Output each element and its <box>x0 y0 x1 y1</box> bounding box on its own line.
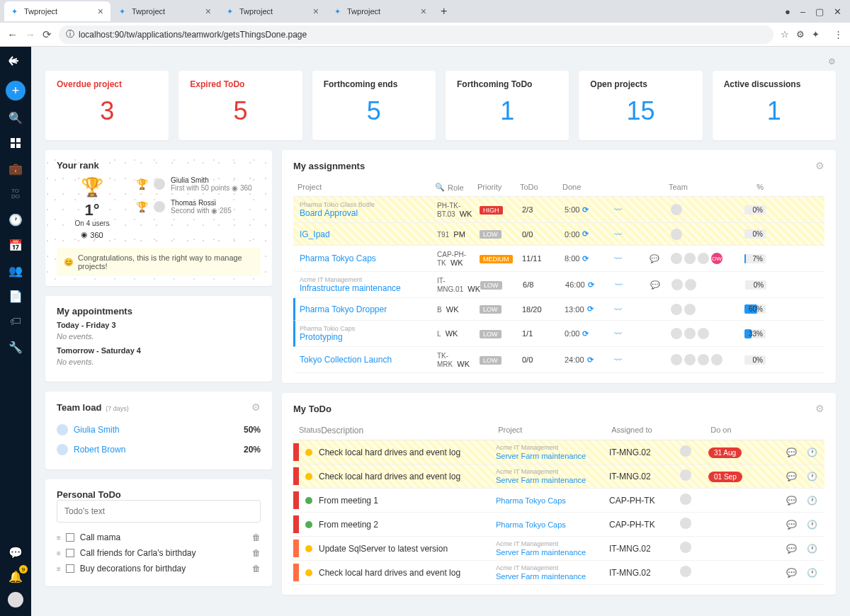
project-link[interactable]: Board Approval <box>300 208 358 218</box>
browser-tab[interactable]: ✦Twproject× <box>220 1 326 21</box>
browser-tab[interactable]: ✦Twproject× <box>327 1 434 21</box>
wrench-icon[interactable]: 🔧 <box>0 338 31 355</box>
window-minimize[interactable]: – <box>800 6 805 17</box>
comment-icon[interactable]: 💬 <box>786 496 797 506</box>
personal-todo-input[interactable] <box>57 500 261 523</box>
worklog-icon[interactable]: 〰 <box>615 280 623 289</box>
comment-icon[interactable]: 💬 <box>786 544 797 554</box>
avatar[interactable] <box>711 354 722 365</box>
site-info-icon[interactable]: ⓘ <box>66 28 74 40</box>
delete-icon[interactable]: 🗑 <box>252 564 261 574</box>
stat-card[interactable]: Active discussions1 <box>713 71 836 140</box>
project-link[interactable]: IG_Ipad <box>300 229 330 239</box>
project-link[interactable]: Infrastructure maintenance <box>300 283 401 293</box>
tab-close-icon[interactable]: × <box>98 6 103 17</box>
user-avatar[interactable] <box>8 592 23 608</box>
drag-handle-icon[interactable]: ≡ <box>57 549 60 557</box>
todo-description[interactable]: From meeting 2 <box>319 520 496 530</box>
clock-icon[interactable]: 🕐 <box>807 496 817 506</box>
briefcase-icon[interactable]: 💼 <box>0 160 31 177</box>
search-icon[interactable]: 🔍 <box>435 183 445 192</box>
chat-icon[interactable]: 💬 <box>650 254 659 263</box>
todo-description[interactable]: Check local hard drives and event log <box>319 472 496 481</box>
stat-card[interactable]: Forthcoming ends5 <box>312 71 436 140</box>
delete-icon[interactable]: 🗑 <box>252 532 261 542</box>
project-link[interactable]: Tokyo Collection Launch <box>300 355 392 365</box>
todo-description[interactable]: Check local hard drives and event log <box>319 447 496 457</box>
tag-icon[interactable]: 🏷 <box>0 313 31 330</box>
delete-icon[interactable]: 🗑 <box>252 548 261 558</box>
timer-icon[interactable]: ⟳ <box>587 355 594 365</box>
add-button[interactable]: + <box>6 81 26 101</box>
circle-icon[interactable]: ● <box>785 6 790 17</box>
comment-icon[interactable]: 💬 <box>786 520 797 530</box>
avatar[interactable] <box>680 566 691 577</box>
avatar[interactable] <box>680 542 691 553</box>
chat-icon[interactable]: 💬 <box>8 544 23 561</box>
avatar[interactable] <box>680 445 691 457</box>
window-maximize[interactable]: ▢ <box>815 6 824 17</box>
todo-description[interactable]: Check local hard drives and event log <box>319 568 496 578</box>
clock-icon[interactable]: 🕐 <box>807 447 817 457</box>
worklog-icon[interactable]: 〰 <box>614 230 622 239</box>
project-link[interactable]: Pharma Tokyo Caps <box>496 520 566 529</box>
worklog-icon[interactable]: 〰 <box>614 254 622 263</box>
timer-icon[interactable]: ⟳ <box>588 280 594 290</box>
status-dot[interactable] <box>305 497 312 504</box>
avatar[interactable] <box>671 304 682 315</box>
checkbox[interactable] <box>66 564 74 573</box>
project-link[interactable]: Prototyping <box>300 332 343 342</box>
worklog-icon[interactable]: 〰 <box>614 205 622 214</box>
browser-tab[interactable]: ✦Twproject× <box>4 1 110 21</box>
drag-handle-icon[interactable]: ≡ <box>57 565 60 573</box>
todo-description[interactable]: From meeting 1 <box>319 496 496 506</box>
person-link[interactable]: Robert Brown <box>74 445 125 455</box>
avatar[interactable] <box>671 328 682 339</box>
comment-icon[interactable]: 💬 <box>786 472 797 481</box>
page-gear-icon[interactable]: ⚙ <box>828 57 836 67</box>
todo-description[interactable]: Update SqlServer to latest version <box>319 544 496 554</box>
stat-card[interactable]: Open projects15 <box>579 71 702 140</box>
logo-icon[interactable] <box>7 52 24 69</box>
avatar[interactable] <box>684 354 696 365</box>
avatar[interactable] <box>680 518 691 529</box>
status-dot[interactable] <box>305 473 312 480</box>
avatar[interactable]: OW <box>711 253 722 264</box>
person-link[interactable]: Giulia Smith <box>74 425 120 435</box>
stat-card[interactable]: Forthcoming ToDo1 <box>446 71 569 140</box>
project-link[interactable]: Pharma Tokyo Caps <box>300 253 376 263</box>
gear-icon[interactable]: ⚙ <box>815 160 824 171</box>
stat-card[interactable]: Overdue project3 <box>45 71 169 140</box>
avatar[interactable] <box>684 328 696 339</box>
tab-close-icon[interactable]: × <box>205 6 211 17</box>
avatar[interactable] <box>698 354 709 365</box>
reload-icon[interactable]: ⟳ <box>42 28 52 41</box>
checkbox[interactable] <box>66 533 74 542</box>
document-icon[interactable]: 📄 <box>0 287 31 304</box>
timer-icon[interactable]: ⟳ <box>582 254 589 263</box>
puzzle-icon[interactable]: ✦ <box>812 29 820 40</box>
tab-close-icon[interactable]: × <box>313 6 319 17</box>
avatar[interactable] <box>671 229 682 240</box>
project-link[interactable]: Server Farm maintenance <box>496 452 586 460</box>
gear-icon[interactable]: ⚙ <box>251 401 261 413</box>
avatar[interactable] <box>684 253 696 264</box>
timer-icon[interactable]: ⟳ <box>587 304 594 314</box>
gear-icon[interactable]: ⚙ <box>815 403 824 414</box>
stat-card[interactable]: Expired ToDo5 <box>178 71 302 140</box>
avatar[interactable] <box>680 494 691 505</box>
status-dot[interactable] <box>305 521 312 528</box>
search-icon[interactable]: 🔍 <box>0 109 31 126</box>
browser-tab[interactable]: ✦Twproject× <box>112 1 218 21</box>
avatar[interactable] <box>671 354 682 365</box>
avatar[interactable] <box>671 253 682 264</box>
avatar[interactable] <box>684 304 696 315</box>
clock-icon[interactable]: 🕐 <box>807 520 817 530</box>
extension-icon[interactable]: ⚙ <box>796 29 805 40</box>
new-tab-button[interactable]: + <box>435 2 453 21</box>
star-icon[interactable]: ☆ <box>781 29 789 40</box>
project-link[interactable]: Server Farm maintenance <box>496 548 586 557</box>
omnibox[interactable]: ⓘ localhost:90/tw/applications/teamwork/… <box>59 25 774 44</box>
calendar-icon[interactable]: 📅 <box>0 236 31 253</box>
chat-icon[interactable]: 💬 <box>650 280 660 289</box>
